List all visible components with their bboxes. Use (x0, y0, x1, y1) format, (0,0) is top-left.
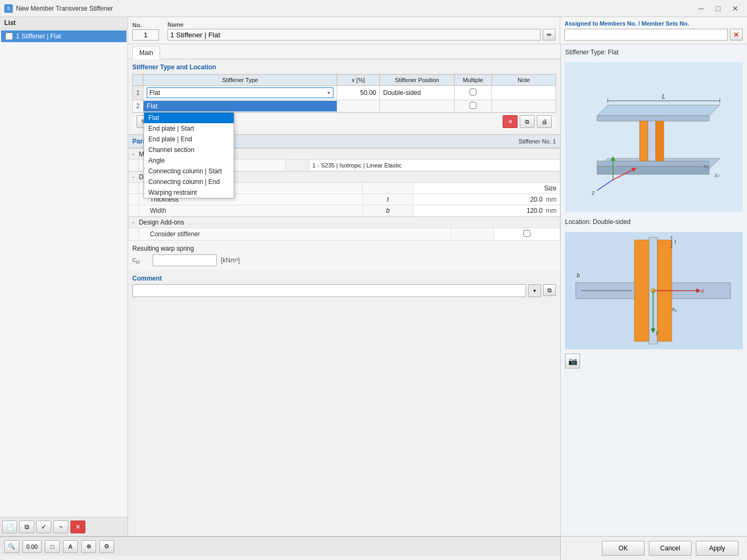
width-value[interactable]: 120.0 (527, 207, 543, 214)
menu-item-endplate-end[interactable]: End plate | End (144, 134, 234, 145)
minimize-button[interactable]: ─ (694, 3, 709, 14)
dropdown-selected-2[interactable]: Flat (144, 101, 337, 111)
menu-item-col-end[interactable]: Connecting column | End (144, 177, 234, 187)
definition-type-value[interactable]: Size (413, 183, 560, 194)
consider-stiffener-checkbox[interactable] (523, 230, 530, 237)
row-note-2[interactable] (492, 100, 556, 113)
svg-text:z: z (591, 189, 595, 196)
thickness-row-cell: 20.0 mm (413, 194, 560, 205)
settings-btn[interactable]: ⚙ (99, 540, 114, 553)
new-button[interactable]: 📄 (2, 521, 17, 533)
warp-input[interactable] (153, 254, 217, 266)
row-x-1[interactable]: 50.00 (337, 86, 380, 100)
text-btn[interactable]: A (63, 540, 78, 553)
apply-button[interactable]: Apply (696, 541, 738, 556)
list-panel: List ▦ 1 Stiffener | Flat 📄 ⧉ ✓ ~ ✕ (0, 17, 128, 536)
window-title: New Member Transverse Stiffener (16, 5, 690, 12)
cancel-button[interactable]: Cancel (649, 541, 692, 556)
camera-icon-area: 📷 (565, 354, 743, 369)
close-button[interactable]: ✕ (728, 3, 743, 14)
multiple-checkbox-1[interactable] (470, 89, 476, 95)
row-multiple-2[interactable] (455, 100, 492, 113)
dialog-footer: OK Cancel Apply (560, 537, 747, 560)
stiffener-table: Stiffener Type x [%] Stiffener Position … (132, 74, 556, 113)
design-addons-collapse[interactable]: − (132, 220, 135, 226)
comment-row: ▼ ⧉ (132, 284, 556, 297)
warp-row: cω [kNm³] (132, 254, 556, 266)
warp-label: Resulting warp spring (132, 245, 556, 252)
dropdown-value-1: Flat (149, 89, 160, 97)
comment-copy-btn[interactable]: ⧉ (543, 284, 556, 296)
list-header: List (0, 17, 128, 29)
viz-3d: L x₁ x₂ z (565, 62, 743, 212)
copy-row-button[interactable]: ⧉ (520, 115, 535, 128)
menu-item-flat[interactable]: Flat (144, 113, 234, 123)
width-symbol: b (363, 205, 414, 217)
maximize-button[interactable]: □ (711, 3, 726, 14)
right-panel: Stiffener Type: Flat (560, 44, 747, 536)
table-row: 1 Flat ▼ (133, 86, 556, 100)
consider-stiffener-cell[interactable] (494, 228, 560, 241)
titlebar: S New Member Transverse Stiffener ─ □ ✕ (0, 0, 747, 17)
stiffener-type-section: Stiffener Type and Location Stiffener Ty… (128, 59, 560, 134)
box-btn[interactable]: □ (45, 540, 60, 553)
dropdown-select-1[interactable]: Flat ▼ (147, 87, 333, 98)
crosshair-btn[interactable]: ⊕ (81, 540, 96, 553)
row-note-1[interactable] (492, 86, 556, 100)
row-type-2[interactable]: Flat Flat End plate | Start End plate | … (144, 100, 337, 113)
wave-button[interactable]: ~ (53, 521, 68, 533)
svg-rect-7 (597, 166, 709, 174)
width-row-cell: 120.0 mm (413, 205, 560, 217)
name-edit-button[interactable]: ✏ (543, 29, 555, 41)
counter-btn[interactable]: 0.00 (22, 540, 42, 553)
consider-stiffener-row: Consider stiffener (129, 228, 560, 241)
menu-item-col-start[interactable]: Connecting column | Start (144, 166, 234, 177)
comment-section: Comment ▼ ⧉ (128, 270, 560, 301)
comment-input[interactable] (132, 284, 526, 297)
check-button[interactable]: ✓ (36, 521, 51, 533)
warp-section: Resulting warp spring cω [kNm³] (128, 241, 560, 270)
menu-item-angle[interactable]: Angle (144, 155, 234, 166)
ok-button[interactable]: OK (602, 541, 645, 556)
definition-type-symbol (363, 183, 414, 194)
material-collapse[interactable]: − (132, 151, 135, 157)
name-input[interactable] (168, 29, 541, 41)
search-icon-btn[interactable]: 🔍 (4, 540, 19, 553)
delete-row-button[interactable]: ✕ (503, 115, 518, 128)
screenshot-button[interactable]: 📷 (565, 354, 580, 369)
row-position-1[interactable]: Double-sided (380, 86, 455, 100)
svg-text:x₂: x₂ (714, 172, 720, 178)
menu-item-channel[interactable]: Channel section (144, 145, 234, 155)
row-position-2[interactable] (380, 100, 455, 113)
list-item[interactable]: ▦ 1 Stiffener | Flat (1, 30, 126, 42)
app-icon: S (4, 4, 13, 13)
menu-item-warp[interactable]: Warping restraint (144, 187, 234, 198)
comment-dropdown-btn[interactable]: ▼ (528, 284, 541, 297)
row-type-1[interactable]: Flat ▼ (144, 86, 337, 100)
toolbar-right: ✕ ⧉ 🖨 (503, 115, 552, 128)
width-unit: mm (546, 207, 557, 214)
col-num (133, 75, 144, 86)
col-position: Stiffener Position (380, 75, 455, 86)
number-input[interactable] (132, 29, 159, 41)
multiple-checkbox-2[interactable] (470, 102, 476, 109)
assigned-input[interactable] (565, 29, 728, 41)
row-multiple-1[interactable] (455, 86, 492, 100)
material-value[interactable]: 1 - S235 | Isotropic | Linear Elastic (309, 160, 560, 171)
col-note: Note (492, 75, 556, 86)
delete-list-button[interactable]: ✕ (70, 521, 85, 533)
assigned-section: Assigned to Members No. / Member Sets No… (560, 17, 747, 44)
svg-text:b: b (577, 273, 580, 278)
params-stiffener-no: Stiffener No. 1 (519, 138, 556, 145)
print-button[interactable]: 🖨 (537, 115, 552, 128)
tab-main[interactable]: Main (132, 46, 160, 59)
assigned-clear-button[interactable]: ✕ (730, 29, 743, 41)
col-type: Stiffener Type (144, 75, 337, 86)
duplicate-button[interactable]: ⧉ (19, 521, 34, 533)
menu-item-endplate-start[interactable]: End plate | Start (144, 123, 234, 134)
viz-2d: t b x (565, 232, 743, 349)
type-dropdown-1[interactable]: Flat ▼ (147, 87, 333, 98)
thickness-value[interactable]: 20.0 (530, 196, 543, 203)
row-x-2[interactable] (337, 100, 380, 113)
dimension-collapse[interactable]: − (132, 174, 135, 180)
